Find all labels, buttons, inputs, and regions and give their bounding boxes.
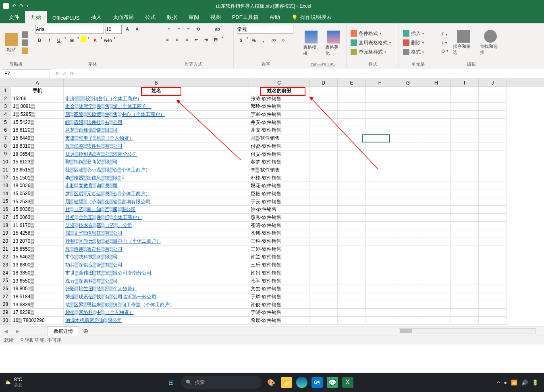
cell-I1[interactable] — [451, 87, 479, 95]
cell[interactable] — [366, 111, 394, 119]
cell[interactable] — [479, 253, 507, 261]
insert-cells-button[interactable]: 插入▾ — [402, 30, 425, 37]
cell-name-link[interactable]: 功共▒深供应▒管▒有▒公司 — [64, 261, 249, 269]
tab-page-layout[interactable]: 页面布局 — [107, 11, 139, 23]
row-header[interactable]: 5 — [0, 119, 11, 127]
cell-prefix[interactable]: 许兰-软件销售 — [249, 253, 309, 261]
find-select-button[interactable]: 查找和选择 — [478, 29, 503, 56]
cell[interactable] — [479, 261, 507, 269]
grow-font-icon[interactable]: A — [123, 25, 131, 33]
tab-file[interactable]: 文件 — [3, 11, 25, 23]
cell[interactable] — [366, 103, 394, 111]
tab-view[interactable]: 视图 — [205, 11, 226, 23]
cell-name-link[interactable]: 市济▒▒▒软▒销售行（个体工商户） — [64, 95, 249, 103]
cell[interactable] — [422, 111, 451, 119]
cell[interactable] — [338, 182, 366, 190]
row-header[interactable]: 24 — [0, 269, 11, 277]
cell[interactable] — [338, 269, 366, 277]
row-header[interactable]: 25 — [0, 277, 11, 285]
cell[interactable] — [422, 182, 451, 190]
cell[interactable] — [366, 119, 394, 127]
tray-chevron-icon[interactable]: ^ — [497, 380, 500, 386]
cell-prefix[interactable]: 付贤-软件销售 — [249, 142, 309, 151]
cell-phone[interactable]: 18 0654▒ — [11, 151, 64, 159]
sheet-tab-active[interactable]: 数据详情 — [48, 326, 79, 336]
cell[interactable] — [422, 222, 451, 230]
cell[interactable] — [479, 222, 507, 230]
cell-H1[interactable] — [422, 87, 451, 95]
redo-icon[interactable]: ↷ — [19, 3, 23, 9]
cell[interactable] — [451, 317, 479, 325]
cell[interactable] — [309, 158, 338, 166]
cell[interactable] — [394, 285, 422, 293]
cell-name-link[interactable]: 薛师▒区尚元▒厨▒品▒目中心（个体工商户） — [64, 237, 249, 246]
cell[interactable] — [422, 126, 451, 134]
grid-body[interactable]: 1 手机 姓名 姓名的前缀 215266市济▒▒▒软▒销售行（个体工商户）张涛-… — [0, 87, 544, 326]
cell-prefix[interactable]: 缪秀-软件销售 — [249, 214, 309, 222]
cell-prefix[interactable]: 于辉-软件销售 — [249, 293, 309, 301]
start-button[interactable]: ⊞ — [166, 377, 177, 388]
cell-phone[interactable]: 18 0026▒ — [11, 182, 64, 190]
cell[interactable] — [366, 151, 394, 159]
cell-prefix[interactable]: 段花-软件销售 — [249, 182, 309, 190]
cell-phone[interactable]: 15 2533▒ — [11, 198, 64, 206]
cell-phone[interactable]: 18 6120▒ — [11, 126, 64, 134]
cell[interactable] — [394, 190, 422, 198]
number-format-combo[interactable] — [237, 25, 293, 34]
cell[interactable] — [451, 126, 479, 134]
cell-name-link[interactable]: 商▒高黎▒区硕博▒件▒售▒中心（个体工商户） — [64, 111, 249, 119]
merge-dropdown[interactable]: ▾ — [222, 35, 223, 43]
format-cells-button[interactable]: 格式▾ — [402, 48, 425, 56]
cell[interactable] — [366, 277, 394, 285]
row-header[interactable]: 10 — [0, 158, 11, 166]
cell-E1[interactable] — [338, 87, 366, 95]
cell[interactable] — [394, 158, 422, 166]
cell-prefix[interactable]: 希晨-软件销售 — [249, 317, 309, 325]
col-header-A[interactable]: A — [11, 79, 64, 87]
cell[interactable] — [479, 285, 507, 293]
row-header[interactable]: 6 — [0, 126, 11, 134]
cell-phone[interactable]: 15 4258▒ — [11, 229, 64, 237]
cell[interactable] — [309, 317, 338, 325]
decrease-decimal-icon[interactable]: .0 — [279, 36, 287, 44]
tab-data[interactable]: 数据 — [161, 11, 183, 23]
name-box[interactable]: F7 — [2, 69, 50, 78]
enter-formula-icon[interactable]: ✓ — [62, 70, 67, 76]
cell[interactable] — [309, 253, 338, 261]
cell-J1[interactable] — [479, 87, 507, 95]
cell[interactable] — [451, 253, 479, 261]
increase-indent-icon[interactable]: ⇥ — [202, 35, 210, 43]
align-bottom-icon[interactable]: ≡ — [185, 25, 193, 33]
cell-phone[interactable]: 13 6515▒ — [11, 166, 64, 174]
font-color-dropdown[interactable]: ▾ — [101, 36, 102, 44]
cell[interactable] — [309, 142, 338, 151]
copilot-icon[interactable]: 🎨 — [266, 377, 277, 388]
horizontal-scrollbar[interactable] — [399, 328, 536, 334]
cell-name-link[interactable]: 市虞▒印电子▒息▒（个人独资） — [64, 134, 249, 142]
taskbar-search[interactable]: 🔍 搜索 — [181, 376, 262, 389]
row-header[interactable]: 30 — [0, 317, 11, 325]
cell-phone[interactable]: 15 0535▒ — [11, 190, 64, 198]
cell[interactable] — [366, 293, 394, 301]
cell[interactable] — [338, 198, 366, 206]
cell-phone[interactable]: 19 8051▒ — [11, 285, 64, 293]
cell[interactable] — [394, 301, 422, 309]
cell[interactable] — [451, 95, 479, 103]
cell[interactable] — [451, 119, 479, 127]
cell[interactable] — [309, 190, 338, 198]
cell[interactable] — [479, 214, 507, 222]
cell[interactable] — [479, 293, 507, 301]
cell[interactable] — [451, 293, 479, 301]
cell[interactable] — [422, 198, 451, 206]
cell-name-link[interactable]: 逸云▒深索科▒有▒公▒司 — [64, 277, 249, 285]
cell[interactable] — [479, 111, 507, 119]
fill-button[interactable]: ↓▾ — [440, 39, 449, 46]
cell-prefix[interactable]: 井安-软件销售 — [249, 126, 309, 134]
row-header[interactable]: 23 — [0, 261, 11, 269]
cell[interactable] — [394, 222, 422, 230]
border-button[interactable]: ⊞ — [68, 36, 76, 44]
cell[interactable] — [366, 198, 394, 206]
cell[interactable] — [422, 237, 451, 246]
row-header[interactable]: 11 — [0, 166, 11, 174]
cell[interactable] — [394, 246, 422, 254]
